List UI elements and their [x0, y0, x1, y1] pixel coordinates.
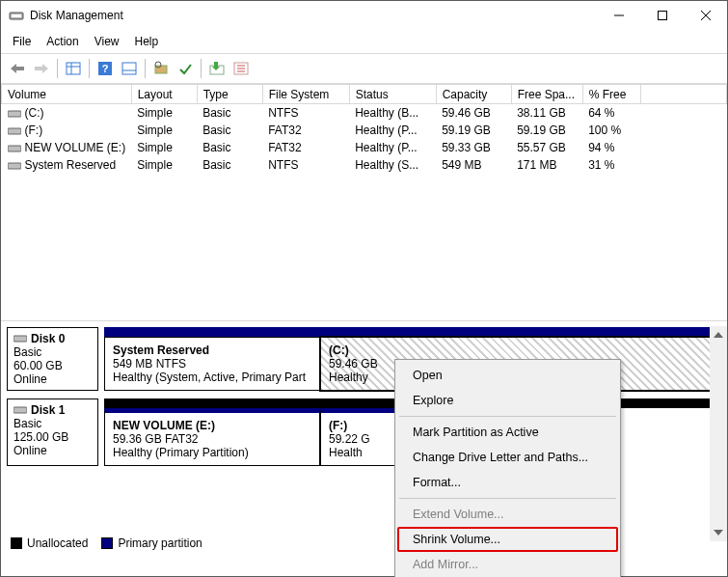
col-fs[interactable]: File System	[262, 85, 349, 104]
svg-rect-25	[8, 146, 21, 151]
context-menu: Open Explore Mark Partition as Active Ch…	[394, 359, 621, 577]
scroll-down-icon[interactable]	[710, 524, 727, 541]
help-icon[interactable]: ?	[94, 58, 116, 79]
ctx-explore[interactable]: Explore	[397, 388, 618, 413]
svg-rect-1	[12, 14, 21, 17]
toolbar: ?	[1, 54, 727, 84]
svg-rect-13	[122, 63, 136, 74]
col-layout[interactable]: Layout	[131, 85, 197, 104]
drive-icon	[8, 109, 21, 119]
disk-icon	[13, 334, 27, 343]
apply-icon[interactable]	[175, 58, 196, 79]
drive-icon	[8, 126, 21, 136]
drive-icon	[8, 144, 21, 153]
menu-file[interactable]: File	[5, 32, 39, 51]
ctx-format[interactable]: Format...	[397, 470, 618, 495]
app-icon	[9, 8, 24, 23]
svg-rect-24	[8, 128, 21, 134]
svg-text:?: ?	[102, 63, 109, 74]
disk-icon	[13, 405, 27, 415]
ctx-add-mirror[interactable]: Add Mirror...	[397, 552, 618, 577]
svg-rect-28	[13, 407, 27, 413]
ctx-shrink-volume[interactable]: Shrink Volume...	[397, 527, 618, 552]
volume-row[interactable]: NEW VOLUME (E:) SimpleBasicFAT32Healthy …	[2, 139, 727, 156]
svg-rect-3	[658, 12, 666, 20]
svg-rect-23	[8, 111, 21, 117]
window-title: Disk Management	[30, 9, 597, 22]
col-capacity[interactable]: Capacity	[436, 85, 511, 104]
titlebar: Disk Management	[1, 1, 727, 30]
col-status[interactable]: Status	[349, 85, 436, 104]
col-pct[interactable]: % Free	[582, 85, 640, 104]
legend-unallocated: Unallocated	[11, 536, 88, 550]
partition[interactable]: (F:) 59.22 G Health	[320, 408, 400, 466]
menu-help[interactable]: Help	[127, 32, 167, 51]
disk-management-window: Disk Management File Action View Help ?	[0, 0, 728, 577]
svg-rect-27	[13, 336, 27, 342]
ctx-change-letter[interactable]: Change Drive Letter and Paths...	[397, 445, 618, 470]
svg-rect-8	[67, 63, 80, 74]
menu-action[interactable]: Action	[39, 32, 86, 51]
minimize-button[interactable]	[597, 1, 640, 30]
col-volume[interactable]: Volume	[2, 85, 132, 104]
volume-list: Volume Layout Type File System Status Ca…	[1, 84, 727, 321]
ctx-extend-volume[interactable]: Extend Volume...	[397, 502, 618, 527]
volume-row[interactable]: (C:) SimpleBasicNTFSHealthy (B...59.46 G…	[2, 104, 727, 123]
volume-row[interactable]: System Reserved SimpleBasicNTFSHealthy (…	[2, 156, 727, 174]
svg-rect-26	[8, 163, 21, 169]
back-button[interactable]	[7, 58, 28, 79]
col-blank[interactable]	[640, 85, 726, 104]
menu-view[interactable]: View	[87, 32, 127, 51]
refresh-icon[interactable]	[150, 58, 172, 79]
partition[interactable]: System Reserved 549 MB NTFS Healthy (Sys…	[104, 337, 320, 391]
scroll-up-icon[interactable]	[710, 326, 727, 343]
drive-icon	[8, 161, 21, 171]
legend-primary: Primary partition	[101, 536, 202, 550]
column-headers: Volume Layout Type File System Status Ca…	[2, 85, 727, 104]
maximize-button[interactable]	[640, 1, 684, 30]
partition[interactable]: NEW VOLUME (E:) 59.36 GB FAT32 Healthy (…	[104, 408, 320, 466]
view-list-icon[interactable]	[63, 58, 84, 79]
action-icon[interactable]	[206, 58, 228, 79]
properties-icon[interactable]	[230, 58, 252, 79]
col-free[interactable]: Free Spa...	[511, 85, 582, 104]
volume-row[interactable]: (F:) SimpleBasicFAT32Healthy (P...59.19 …	[2, 122, 727, 139]
col-type[interactable]: Type	[197, 85, 262, 104]
svg-rect-7	[35, 67, 42, 70]
ctx-mark-active[interactable]: Mark Partition as Active	[397, 420, 618, 445]
ctx-open[interactable]: Open	[397, 363, 618, 388]
view-detail-icon[interactable]	[119, 58, 140, 79]
svg-rect-6	[16, 67, 24, 70]
vertical-scrollbar[interactable]	[710, 326, 727, 541]
close-button[interactable]	[684, 1, 727, 30]
forward-button[interactable]	[31, 58, 52, 79]
disk-label[interactable]: Disk 0 Basic 60.00 GB Online	[7, 327, 98, 391]
disk-label[interactable]: Disk 1 Basic 125.00 GB Online	[7, 398, 98, 466]
menubar: File Action View Help	[1, 30, 727, 54]
